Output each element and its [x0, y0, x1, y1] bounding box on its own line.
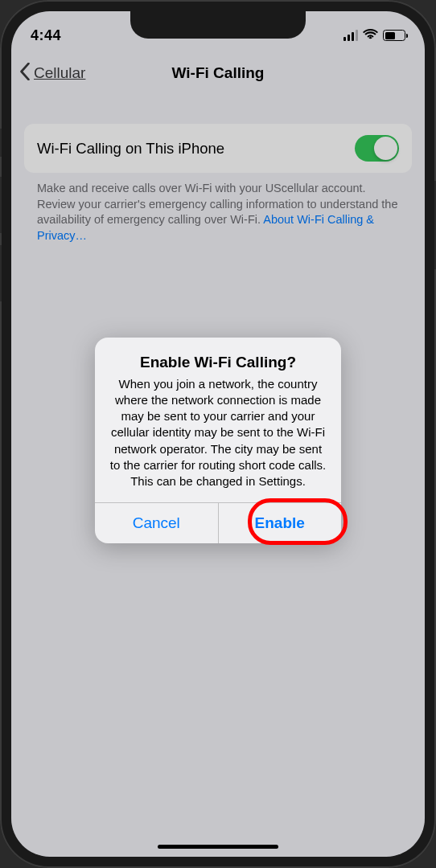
alert-dialog: Enable Wi-Fi Calling? When you join a ne… [95, 338, 341, 544]
phone-frame: 4:44 Cellular Wi-Fi Calling [0, 0, 436, 868]
volume-up-button [0, 177, 2, 233]
mute-switch [0, 129, 2, 157]
screen: 4:44 Cellular Wi-Fi Calling [11, 11, 425, 857]
alert-title: Enable Wi-Fi Calling? [108, 354, 328, 371]
alert-body: Enable Wi-Fi Calling? When you join a ne… [95, 338, 341, 503]
volume-down-button [0, 245, 2, 301]
enable-button[interactable]: Enable [219, 503, 342, 543]
alert-message: When you join a network, the country whe… [108, 376, 328, 490]
alert-backdrop: Enable Wi-Fi Calling? When you join a ne… [11, 11, 425, 857]
alert-buttons: Cancel Enable [95, 502, 341, 543]
cancel-button[interactable]: Cancel [95, 503, 219, 543]
